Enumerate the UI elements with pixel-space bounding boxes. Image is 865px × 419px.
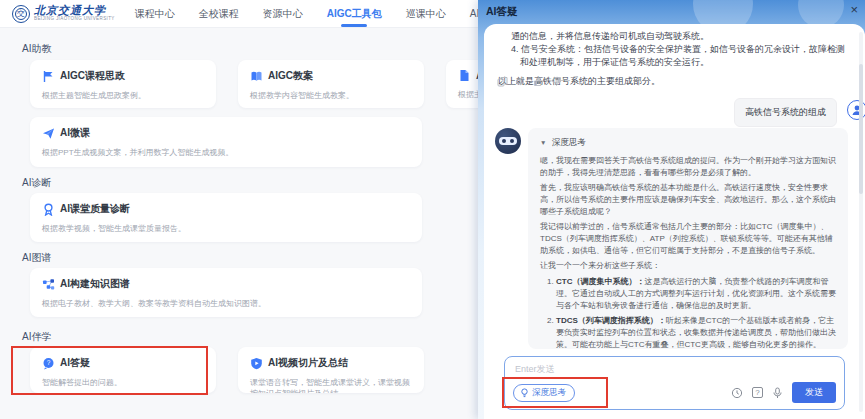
card-title: AI课堂质量诊断	[60, 202, 130, 216]
card-title: AIGC课程思政	[60, 69, 125, 83]
card-ai-knowledge-graph[interactable]: AI构建知识图谱 根据电子教材、教学大纲、教案等教学资料自动生成知识图谱。	[30, 268, 422, 317]
annotation-box-deep-thinking-button	[502, 377, 608, 408]
video-icon	[250, 357, 263, 370]
thinking-list: CTC（调度集中系统）：这是高铁运行的大脑，负责整个线路的列车调度和管理。它通过…	[556, 276, 836, 349]
speaker-icon[interactable]	[515, 76, 526, 87]
input-right-tools: ? 发送	[731, 382, 836, 403]
chat-body: 通的信息，并将信息传递给司机或自动驾驶系统。 4. 信号安全系统：包括信号设备的…	[484, 24, 865, 419]
card-desc: 根据主题智能生成思政案例。	[42, 90, 204, 101]
card-aigc-lesson-plan[interactable]: AIGC教案 根据教学内容智能生成教案。	[238, 60, 424, 108]
card-ai-class-quality[interactable]: AI课堂质量诊断 根据教学视频，智能生成课堂质量报告。	[30, 193, 422, 242]
history-clock-icon[interactable]	[731, 387, 743, 399]
section-title-ai-companion: AI伴学	[22, 330, 51, 344]
card-desc: 根据教学内容智能生成教案。	[250, 90, 412, 101]
ai-qa-chat-panel: AI答疑 × 通的信息，并将信息传递给司机或自动驾驶系统。 4. 信号安全系统：…	[478, 0, 865, 419]
card-desc: 根据电子教材、教学大纲、教案等教学资料自动生成知识图谱。	[42, 298, 410, 309]
university-seal-icon: 交	[12, 5, 30, 23]
card-ai-video-clip[interactable]: AI视频切片及总结 课堂语音转写，智能生成课堂讲义，课堂视频按知识点智能切片及总…	[238, 347, 424, 393]
thinking-paragraph: 我记得以前学过的，信号系统通常包括几个主要的部分：比如CTC（调度集中）、TDC…	[540, 221, 836, 257]
logo-chinese-name: 北京交通大学	[34, 5, 115, 16]
flag-icon	[42, 70, 55, 83]
close-icon[interactable]: ×	[850, 2, 858, 17]
thinking-list-item: CTC（调度集中系统）：这是高铁运行的大脑，负责整个线路的列车调度和管理。它通过…	[556, 276, 836, 312]
input-placeholder: Enter发送	[515, 363, 555, 376]
nav-item-aigc-toolkit[interactable]: AIGC工具包	[321, 0, 388, 28]
section-title-ai-diagnosis: AI诊断	[22, 176, 51, 190]
thinking-paragraph: 嗯，我现在需要回答关于高铁信号系统组成的提问。作为一个刚开始学习这方面知识的助手…	[540, 155, 836, 179]
microphone-icon[interactable]	[772, 387, 783, 399]
nav-item-patrol-center[interactable]: 巡课中心	[400, 0, 452, 28]
card-title: AIGC教案	[268, 69, 313, 83]
card-desc: 根据PPT生成视频文案，并利用数字人智能生成视频。	[42, 147, 410, 158]
doc-icon	[458, 69, 471, 82]
card-ai-micro-lesson[interactable]: AI微课 根据PPT生成视频文案，并利用数字人智能生成视频。	[30, 117, 422, 167]
chat-scrollbar-thumb[interactable]	[859, 64, 863, 194]
card-title: AI视频切片及总结	[268, 356, 348, 370]
nav-item-course-center[interactable]: 课程中心	[129, 0, 181, 28]
plane-icon	[42, 127, 55, 140]
send-button[interactable]: 发送	[792, 382, 836, 403]
card-title: AI构建知识图谱	[60, 277, 130, 291]
robot-face-icon	[499, 137, 517, 145]
card-aigc-ideology[interactable]: AIGC课程思政 根据主题智能生成思政案例。	[30, 60, 216, 108]
deep-thinking-panel: ▼ 深度思考 嗯，我现在需要回答关于高铁信号系统组成的提问。作为一个刚开始学习这…	[528, 128, 848, 349]
deep-thinking-header[interactable]: ▼ 深度思考	[540, 137, 836, 149]
assistant-avatar	[495, 128, 521, 154]
annotation-box-ai-qa-card	[11, 346, 208, 395]
assistant-message-line: 4. 信号安全系统：包括信号设备的安全保护装置，如信号设备的冗余设计，故障检测和…	[498, 43, 850, 69]
help-icon[interactable]: ?	[752, 387, 763, 398]
deep-thinking-label: 深度思考	[552, 137, 586, 147]
chevron-down-icon: ▼	[540, 139, 546, 146]
copy-icon[interactable]	[497, 76, 508, 87]
thinking-list-item: TDCS（列车调度指挥系统）：听起来像是CTC的一个基础版本或者前身，它主要负责…	[556, 315, 836, 349]
app-root: 交 北京交通大学 BEIJING JIAOTONG UNIVERSITY 课程中…	[0, 0, 865, 419]
message-toolbar	[497, 76, 562, 87]
thinking-paragraph: 让我一个一个来分析这些子系统：	[540, 260, 836, 272]
thumbs-up-icon[interactable]	[533, 76, 544, 87]
nav-item-resource-center[interactable]: 资源中心	[257, 0, 309, 28]
user-message-bubble: 高铁信号系统的组成	[734, 98, 837, 127]
chat-panel-title: AI答疑	[486, 5, 518, 19]
card-desc: 课堂语音转写，智能生成课堂讲义，课堂视频按知识点智能切片及总结。	[250, 377, 412, 393]
user-message-row: 高铁信号系统的组成	[484, 98, 865, 126]
thumbs-down-icon[interactable]	[551, 76, 562, 87]
section-title-ai-assistant: AI助教	[22, 42, 51, 56]
graph-icon	[42, 278, 55, 291]
section-title-ai-graph: AI图谱	[22, 251, 51, 265]
book-icon	[250, 70, 263, 83]
medal-icon	[42, 203, 55, 216]
logo-english-name: BEIJING JIAOTONG UNIVERSITY	[34, 17, 115, 22]
university-logo: 交 北京交通大学 BEIJING JIAOTONG UNIVERSITY	[12, 5, 115, 23]
thinking-paragraph: 首先，我应该明确高铁信号系统的基本功能是什么。高铁运行速度快，安全性要求高，所以…	[540, 182, 836, 218]
card-desc: 根据教学视频，智能生成课堂质量报告。	[42, 223, 410, 234]
assistant-message-line: 通的信息，并将信息传递给司机或自动驾驶系统。	[498, 30, 850, 43]
card-title: AI微课	[60, 126, 90, 140]
nav-item-school-courses[interactable]: 全校课程	[193, 0, 245, 28]
